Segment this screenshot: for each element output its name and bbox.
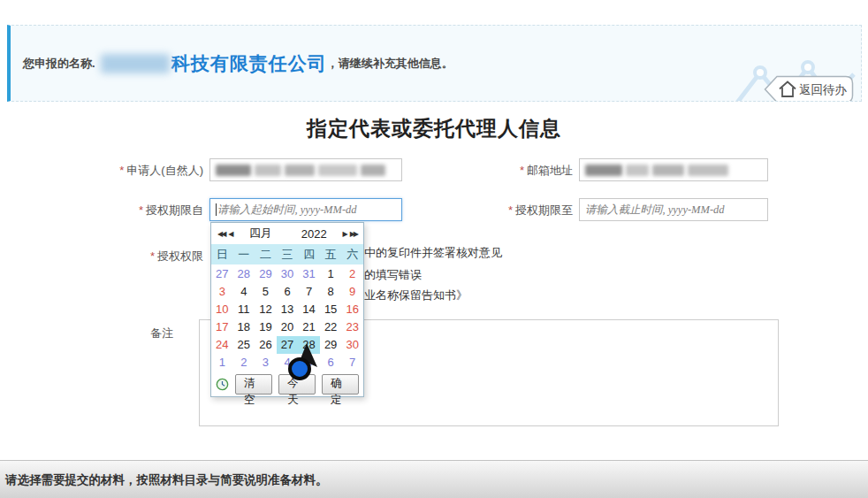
calendar-day[interactable]: 3 bbox=[211, 283, 233, 301]
calendar-day[interactable]: 29 bbox=[320, 336, 342, 354]
weekday-label: 四 bbox=[298, 247, 320, 263]
calendar-day[interactable]: 20 bbox=[277, 318, 299, 336]
company-name-suffix: 科技有限责任公司 bbox=[171, 51, 327, 76]
applicant-input[interactable] bbox=[209, 158, 402, 181]
back-to-todo-button[interactable]: 返回待办 bbox=[764, 75, 854, 102]
weekday-label: 六 bbox=[341, 247, 363, 263]
email-label: *邮箱地址 bbox=[520, 163, 573, 179]
banner-prefix: 您申报的名称. bbox=[23, 56, 95, 72]
banner-message: 您申报的名称. 科技有限责任公司 ，请继续补充其他信息。 bbox=[23, 26, 453, 101]
calendar-day[interactable]: 1 bbox=[320, 265, 342, 283]
calendar-day[interactable]: 22 bbox=[320, 318, 342, 336]
auth-scope-line: 中的复印件并签署核对意见 bbox=[364, 245, 502, 261]
calendar-day[interactable]: 7 bbox=[341, 354, 363, 372]
weekday-label: 日 bbox=[211, 247, 233, 263]
auth-scope-line: 的填写错误 bbox=[364, 267, 422, 283]
required-mark: * bbox=[520, 164, 524, 177]
calendar-day[interactable]: 16 bbox=[341, 301, 363, 318]
ok-button[interactable]: 确定 bbox=[322, 374, 359, 395]
calendar-day[interactable]: 1 bbox=[211, 354, 233, 372]
calendar-day[interactable]: 6 bbox=[320, 354, 342, 372]
calendar-day[interactable]: 7 bbox=[298, 283, 320, 301]
calendar-day[interactable]: 26 bbox=[255, 336, 277, 354]
redacted-value bbox=[318, 165, 357, 176]
year-select[interactable]: 2022 bbox=[287, 227, 341, 241]
prev-year-button[interactable]: ◀◀ bbox=[216, 230, 226, 238]
required-mark: * bbox=[508, 203, 513, 217]
calendar-day[interactable]: 3 bbox=[255, 354, 277, 372]
text-caret bbox=[216, 203, 217, 216]
calendar-day[interactable]: 11 bbox=[233, 301, 255, 318]
calendar-grid: 2728293031123456789101112131415161718192… bbox=[211, 264, 363, 372]
calendar-day[interactable]: 14 bbox=[298, 301, 320, 318]
email-input[interactable] bbox=[579, 158, 768, 181]
materials-notice-text: 请选择需要提交的材料，按照材料目录与简要说明准备材料。 bbox=[5, 472, 328, 488]
calendar-day[interactable]: 25 bbox=[233, 336, 255, 354]
notice-banner: 您申报的名称. 科技有限责任公司 ，请继续补充其他信息。 返回待办 bbox=[7, 25, 862, 102]
required-mark: * bbox=[150, 249, 155, 263]
date-picker-popup: ◀◀ ◀ 四月 2022 ▶ ▶▶ 日一二三四五六 27282930311234… bbox=[210, 222, 364, 397]
calendar-weekdays: 日一二三四五六 bbox=[211, 244, 363, 264]
calendar-day[interactable]: 9 bbox=[341, 283, 363, 301]
redacted-company-name bbox=[101, 54, 170, 73]
auth-scope-label: *授权权限 bbox=[150, 249, 203, 264]
auth-from-label: *授权期限自 bbox=[139, 203, 203, 218]
redacted-value bbox=[361, 165, 385, 176]
calendar-day[interactable]: 30 bbox=[277, 265, 299, 283]
calendar-day[interactable]: 4 bbox=[233, 283, 255, 301]
auth-scope-line: 业名称保留告知书》 bbox=[364, 287, 468, 303]
calendar-day[interactable]: 2 bbox=[341, 265, 363, 283]
weekday-label: 三 bbox=[277, 247, 299, 263]
weekday-label: 二 bbox=[255, 247, 277, 263]
auth-to-input[interactable]: 请输入截止时间, yyyy-MM-dd bbox=[579, 198, 768, 221]
calendar-day[interactable]: 19 bbox=[255, 318, 277, 336]
calendar-day[interactable]: 12 bbox=[255, 301, 277, 318]
next-month-button[interactable]: ▶ bbox=[341, 230, 348, 238]
next-year-button[interactable]: ▶▶ bbox=[348, 230, 359, 238]
calendar-day[interactable]: 17 bbox=[211, 318, 233, 336]
redacted-value bbox=[255, 165, 281, 176]
calendar-day[interactable]: 8 bbox=[320, 283, 342, 301]
time-picker-icon[interactable] bbox=[216, 377, 229, 392]
calendar-day[interactable]: 10 bbox=[211, 301, 233, 318]
applicant-label: *申请人(自然人) bbox=[119, 163, 203, 179]
required-mark: * bbox=[119, 164, 124, 177]
calendar-day[interactable]: 27 bbox=[277, 336, 299, 354]
calendar-day[interactable]: 5 bbox=[255, 283, 277, 301]
today-button[interactable]: 今天 bbox=[278, 374, 316, 395]
auth-from-placeholder: 请输入起始时间, yyyy-MM-dd bbox=[217, 203, 357, 218]
auth-from-input[interactable]: 请输入起始时间, yyyy-MM-dd bbox=[209, 198, 402, 221]
auth-to-label: *授权期限至 bbox=[508, 203, 573, 218]
back-button-label: 返回待办 bbox=[799, 82, 847, 98]
calendar-day[interactable]: 5 bbox=[298, 354, 320, 372]
redacted-value bbox=[285, 165, 315, 176]
redacted-value bbox=[688, 165, 728, 176]
calendar-day[interactable]: 30 bbox=[341, 336, 363, 354]
calendar-day[interactable]: 2 bbox=[233, 354, 255, 372]
calendar-day[interactable]: 15 bbox=[320, 301, 342, 318]
calendar-day[interactable]: 28 bbox=[298, 336, 320, 354]
calendar-day[interactable]: 24 bbox=[211, 336, 233, 354]
weekday-label: 一 bbox=[233, 247, 255, 263]
calendar-day[interactable]: 31 bbox=[298, 265, 320, 283]
required-mark: * bbox=[139, 203, 143, 217]
calendar-day[interactable]: 18 bbox=[233, 318, 255, 336]
calendar-day[interactable]: 4 bbox=[277, 354, 299, 372]
calendar-day[interactable]: 29 bbox=[255, 265, 277, 283]
month-select[interactable]: 四月 bbox=[233, 226, 287, 241]
calendar-day[interactable]: 21 bbox=[298, 318, 320, 336]
calendar-day[interactable]: 6 bbox=[277, 283, 299, 301]
weekday-label: 五 bbox=[320, 247, 342, 263]
page-title: 指定代表或委托代理人信息 bbox=[0, 115, 868, 142]
prev-month-button[interactable]: ◀ bbox=[226, 230, 233, 238]
calendar-day[interactable]: 28 bbox=[233, 265, 255, 283]
calendar-day[interactable]: 13 bbox=[277, 301, 299, 318]
calendar-day[interactable]: 27 bbox=[211, 265, 233, 283]
clear-button[interactable]: 清空 bbox=[235, 374, 272, 395]
auth-to-placeholder: 请输入截止时间, yyyy-MM-dd bbox=[585, 203, 725, 218]
calendar-day[interactable]: 23 bbox=[341, 318, 363, 336]
calendar-footer: 清空 今天 确定 bbox=[211, 372, 363, 396]
remark-label: 备注 bbox=[150, 326, 173, 341]
redacted-value bbox=[585, 165, 622, 176]
materials-notice-bar: 请选择需要提交的材料，按照材料目录与简要说明准备材料。 bbox=[0, 460, 868, 498]
